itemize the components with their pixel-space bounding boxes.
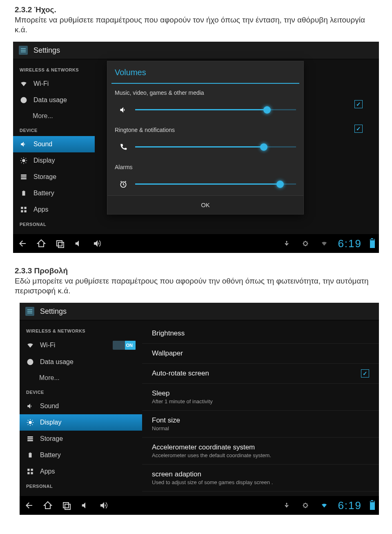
doc-section-sound: 2.3.2 Ήχος. Μπορείτε να ρυθμίσετε παραμέ… — [0, 0, 392, 40]
battery-status-icon — [370, 239, 375, 248]
svg-rect-21 — [31, 469, 33, 471]
sleep-sub: After 1 minute of inactivity — [152, 398, 213, 404]
settings-sidebar: WIRELESS & NETWORKS Wi-Fi ON Data usage … — [20, 320, 142, 496]
debug-icon — [300, 238, 311, 249]
svg-rect-9 — [24, 210, 27, 212]
speaker-icon — [119, 105, 128, 114]
back-button[interactable] — [17, 238, 28, 249]
alarms-slider[interactable] — [135, 183, 296, 185]
wifi-icon — [20, 80, 28, 88]
recent-apps-button[interactable] — [61, 500, 72, 511]
accel-sub: Accelerometer uses the default coordinat… — [152, 452, 271, 458]
svg-rect-3 — [21, 178, 27, 179]
item-autorotate[interactable]: Auto-rotate screen ✓ — [142, 364, 379, 384]
sidebar-item-apps[interactable]: Apps — [13, 201, 95, 218]
item-sleep[interactable]: Sleep After 1 minute of inactivity — [142, 384, 379, 411]
svg-rect-22 — [27, 472, 29, 474]
wifi-label: Wi-Fi — [40, 342, 55, 349]
section-personal: PERSONAL — [20, 480, 142, 492]
hidden-checkbox-1[interactable]: ✓ — [354, 100, 363, 108]
media-volume-group: Music, video, games & other media — [107, 84, 303, 121]
item-screen-adaption[interactable]: screen adaption Used to adjust size of s… — [142, 465, 379, 492]
home-button[interactable] — [36, 238, 47, 249]
item-brightness[interactable]: Brightness — [142, 324, 379, 344]
svg-rect-1 — [21, 174, 27, 176]
settings-app-icon — [19, 46, 28, 55]
volume-down-button[interactable] — [80, 500, 91, 511]
battery-status-icon — [370, 501, 375, 510]
volumes-dialog: Volumes Music, video, games & other medi… — [107, 61, 304, 214]
ok-button[interactable]: OK — [107, 195, 303, 214]
svg-rect-17 — [27, 440, 33, 441]
battery-icon — [20, 189, 28, 197]
data-label: Data usage — [33, 96, 67, 104]
ringtone-slider[interactable] — [135, 146, 296, 147]
sidebar-item-battery[interactable]: Battery — [13, 185, 95, 201]
wifi-status-icon — [319, 500, 330, 511]
media-label: Music, video, games & other media — [115, 89, 296, 96]
section-wireless: WIRELESS & NETWORKS — [20, 324, 142, 337]
sidebar-item-battery[interactable]: Battery — [20, 447, 142, 463]
brightness-label: Brightness — [152, 329, 185, 337]
section-device: DEVICE — [20, 386, 142, 398]
sidebar-item-display[interactable]: Display — [20, 414, 142, 431]
home-button[interactable] — [42, 500, 53, 511]
debug-icon — [300, 500, 311, 511]
svg-rect-19 — [29, 453, 31, 453]
sidebar-item-sound[interactable]: Sound — [13, 136, 95, 152]
item-wallpaper[interactable]: Wallpaper — [142, 344, 379, 364]
apps-label: Apps — [33, 206, 48, 213]
volume-up-button[interactable] — [92, 238, 103, 249]
sidebar-item-more[interactable]: More... — [20, 370, 142, 386]
sidebar-item-wifi[interactable]: Wi-Fi ON — [20, 337, 142, 354]
svg-rect-16 — [27, 438, 33, 440]
volume-down-button[interactable] — [74, 238, 84, 249]
svg-rect-12 — [58, 242, 64, 248]
svg-rect-24 — [63, 503, 69, 508]
clock: 6:19 — [338, 499, 362, 512]
heading-title: Προβολή — [34, 266, 68, 275]
media-slider[interactable] — [135, 109, 296, 110]
sidebar-item-sound[interactable]: Sound — [20, 398, 142, 414]
body-text: Εδώ μπορείτε να ρυθμίσετε παραμέτρους πο… — [15, 277, 369, 295]
data-usage-icon — [20, 96, 28, 104]
svg-point-0 — [22, 159, 25, 162]
system-bar: 6:19 — [20, 496, 379, 515]
sidebar-item-apps[interactable]: Apps — [20, 463, 142, 480]
settings-title: Settings — [33, 46, 60, 55]
wifi-toggle[interactable]: ON — [113, 341, 136, 350]
sound-icon — [26, 402, 34, 410]
svg-rect-7 — [24, 207, 27, 209]
item-accelerometer[interactable]: Accelerometer coordinate system Accelero… — [142, 438, 379, 465]
alarms-volume-group: Alarms — [107, 158, 303, 195]
svg-rect-25 — [65, 504, 70, 509]
settings-sidebar: WIRELESS & NETWORKS Wi-Fi Data usage Mor… — [13, 59, 95, 234]
svg-rect-6 — [21, 207, 23, 209]
autorotate-checkbox[interactable]: ✓ — [361, 369, 369, 378]
item-fontsize[interactable]: Font size Normal — [142, 411, 379, 438]
volume-up-button[interactable] — [99, 500, 109, 511]
sidebar-item-more[interactable]: More... — [13, 108, 95, 124]
sidebar-item-data[interactable]: Data usage — [13, 92, 95, 108]
more-label: More... — [39, 374, 60, 382]
screenshot-display: Settings WIRELESS & NETWORKS Wi-Fi ON Da… — [20, 303, 379, 515]
recent-apps-button[interactable] — [55, 238, 65, 249]
back-button[interactable] — [24, 500, 34, 511]
apps-label: Apps — [40, 468, 55, 475]
section-device: DEVICE — [13, 124, 95, 136]
svg-rect-5 — [23, 191, 24, 191]
svg-rect-20 — [27, 469, 29, 471]
apps-icon — [20, 206, 28, 214]
battery-label: Battery — [40, 451, 61, 459]
sidebar-item-storage[interactable]: Storage — [20, 431, 142, 447]
storage-icon — [26, 435, 34, 443]
svg-rect-18 — [29, 453, 32, 458]
sidebar-item-display[interactable]: Display — [13, 152, 95, 169]
adapt-sub: Used to adjust size of some games displa… — [152, 479, 273, 485]
sidebar-item-storage[interactable]: Storage — [13, 169, 95, 185]
svg-rect-2 — [21, 177, 27, 178]
sidebar-item-wifi[interactable]: Wi-Fi — [13, 76, 95, 92]
sidebar-item-data[interactable]: Data usage — [20, 354, 142, 370]
hidden-checkbox-2[interactable]: ✓ — [354, 125, 363, 133]
font-label: Font size — [152, 416, 180, 425]
